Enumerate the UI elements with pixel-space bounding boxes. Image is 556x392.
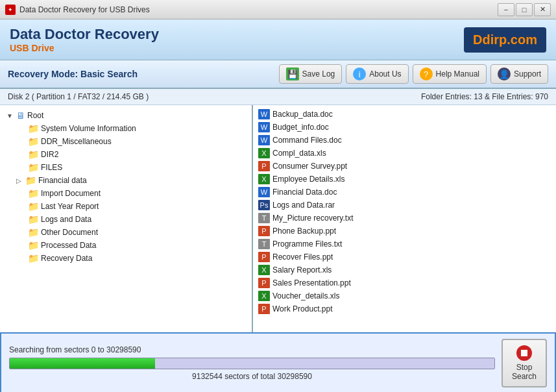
file-item[interactable]: W Backup_data.doc [253, 108, 556, 121]
xls-icon: X [258, 265, 270, 275]
tree-panel[interactable]: ▼ 🖥 Root 📁 System Volume Information 📁 D… [0, 105, 253, 332]
minimize-button[interactable]: − [498, 3, 514, 16]
file-item[interactable]: P Work Product.ppt [253, 302, 556, 315]
help-manual-label: Help Manual [436, 69, 479, 79]
tree-item-files[interactable]: 📁 FILES [0, 161, 252, 174]
tree-item-root[interactable]: ▼ 🖥 Root [0, 109, 252, 122]
doc-icon: W [258, 187, 270, 197]
support-label: Support [514, 69, 541, 79]
tree-item-financial[interactable]: ▷ 📁 Financial data [0, 174, 252, 187]
tree-label-root: Root [27, 111, 43, 120]
xls-icon: X [258, 291, 270, 301]
file-name: Financial Data.doc [272, 188, 337, 197]
tree-item-recovery[interactable]: 📁 Recovery Data [0, 252, 252, 265]
support-button[interactable]: 👤 Support [490, 64, 548, 84]
tree-label-import: Import Document [41, 189, 101, 198]
tree-label-financial: Financial data [38, 176, 87, 185]
tree-label-ddr: DDR_Miscellaneous [41, 137, 112, 146]
file-name: Employee Details.xls [272, 175, 344, 184]
stop-search-button[interactable]: StopSearch [502, 339, 547, 387]
tree-item-other[interactable]: 📁 Other Document [0, 226, 252, 239]
folder-icon-financial: 📁 [25, 175, 36, 186]
file-item[interactable]: T Programme Files.txt [253, 238, 556, 251]
file-item[interactable]: P Consumer Survey.ppt [253, 160, 556, 173]
tree-toggle-logs [17, 215, 26, 224]
file-name: Work Product.ppt [272, 304, 332, 313]
main-content: ▼ 🖥 Root 📁 System Volume Information 📁 D… [0, 105, 556, 332]
progress-info: Searching from sectors 0 to 30298590 913… [9, 345, 495, 381]
app-sub-title: USB Drive [10, 43, 159, 53]
save-log-button[interactable]: 💾 Save Log [279, 64, 343, 84]
logo-suffix: .com [507, 32, 537, 47]
file-item[interactable]: X Employee Details.xls [253, 173, 556, 186]
tree-label-dir2: DIR2 [41, 150, 58, 159]
ps-icon: Ps [258, 200, 270, 210]
ppt-icon: P [258, 252, 270, 262]
about-us-button[interactable]: i About Us [346, 64, 408, 84]
file-item[interactable]: W Budget_info.doc [253, 121, 556, 134]
close-button[interactable]: ✕ [534, 3, 551, 16]
tree-toggle-other [17, 228, 26, 237]
tree-item-processed[interactable]: 📁 Processed Data [0, 239, 252, 252]
ppt-icon: P [258, 161, 270, 171]
file-item[interactable]: P Phone Backup.ppt [253, 225, 556, 238]
file-name: Compl_data.xls [272, 149, 326, 158]
file-name: My_Picture recovery.txt [272, 214, 353, 223]
file-item[interactable]: P Sales Presentation.ppt [253, 276, 556, 289]
file-item[interactable]: P Recover Files.ppt [253, 251, 556, 263]
tree-toggle-dir2 [17, 150, 26, 159]
maximize-button[interactable]: □ [516, 3, 533, 16]
recovery-mode: Recovery Mode: Basic Search [8, 69, 138, 79]
doc-icon: W [258, 122, 270, 132]
file-name: Backup_data.doc [272, 110, 333, 119]
toolbar: Recovery Mode: Basic Search 💾 Save Log i… [0, 60, 556, 89]
progress-bar-fill [10, 358, 155, 369]
help-manual-button[interactable]: ? Help Manual [413, 64, 487, 84]
app-icon: ✦ [5, 5, 16, 15]
tree-toggle-root[interactable]: ▼ [5, 111, 14, 120]
root-folder-icon: 🖥 [16, 110, 25, 121]
file-item[interactable]: X Compl_data.xls [253, 147, 556, 160]
file-item[interactable]: W Financial Data.doc [253, 186, 556, 199]
tree-item-lastyear[interactable]: 📁 Last Year Report [0, 200, 252, 213]
recovery-mode-value: Basic Search [80, 69, 138, 79]
ppt-icon: P [258, 226, 270, 236]
file-item[interactable]: X Voucher_details.xls [253, 289, 556, 302]
file-name: Sales Presentation.ppt [272, 278, 351, 288]
tree-toggle-recovery [17, 254, 26, 263]
file-item[interactable]: Ps Logs and Data.rar [253, 199, 556, 212]
help-icon: ? [420, 67, 433, 80]
tree-label-lastyear: Last Year Report [41, 202, 99, 211]
ppt-icon: P [258, 304, 270, 314]
title-bar: ✦ Data Doctor Recovery for USB Drives − … [0, 0, 556, 19]
header: Data Doctor Recovery USB Drive Ddirp.com [0, 19, 556, 60]
progress-bar-container [9, 358, 495, 369]
tree-item-ddr-misc[interactable]: 📁 DDR_Miscellaneous [0, 135, 252, 148]
progress-sectors: 9132544 sectors of total 30298590 [9, 372, 495, 381]
doc-icon: W [258, 135, 270, 145]
tree-item-dir2[interactable]: 📁 DIR2 [0, 148, 252, 161]
info-icon: i [353, 67, 366, 80]
file-item[interactable]: T My_Picture recovery.txt [253, 212, 556, 225]
recovery-mode-label: Recovery Mode: [8, 69, 78, 79]
stop-label: StopSearch [512, 363, 537, 381]
file-item[interactable]: X Salary Report.xls [253, 263, 556, 276]
tree-item-import[interactable]: 📁 Import Document [0, 187, 252, 200]
folder-icon-import: 📁 [28, 188, 39, 199]
folder-icon-recovery: 📁 [28, 253, 39, 263]
file-panel[interactable]: W Backup_data.doc W Budget_info.doc W Co… [253, 105, 556, 332]
stop-square [521, 350, 527, 356]
tree-item-logs[interactable]: 📁 Logs and Data [0, 213, 252, 226]
toolbar-buttons: 💾 Save Log i About Us ? Help Manual 👤 Su… [279, 64, 548, 84]
searching-text: Searching from sectors 0 to 30298590 [9, 345, 495, 354]
file-name: Programme Files.txt [272, 239, 342, 249]
tree-label-sv: System Volume Information [41, 124, 136, 133]
file-name: Command Files.doc [272, 136, 342, 145]
tree-toggle-files [17, 163, 26, 172]
tree-item-system-volume[interactable]: 📁 System Volume Information [0, 122, 252, 135]
xls-icon: X [258, 174, 270, 184]
tree-toggle-import [17, 189, 26, 198]
tree-toggle-financial[interactable]: ▷ [14, 176, 23, 185]
save-log-label: Save Log [302, 69, 335, 79]
file-item[interactable]: W Command Files.doc [253, 134, 556, 147]
